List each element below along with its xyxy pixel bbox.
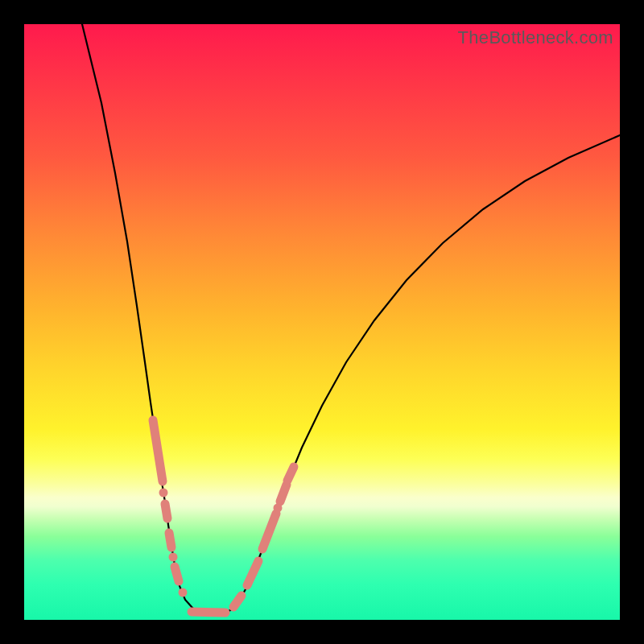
highlight-segment xyxy=(280,485,287,502)
curve-svg xyxy=(24,24,620,620)
highlight-segment xyxy=(169,533,171,547)
highlight-segment xyxy=(262,514,276,549)
highlight-segment xyxy=(165,504,167,518)
highlight-segment xyxy=(247,561,258,585)
highlight-dot xyxy=(159,489,168,497)
chart-frame: TheBottleneck.com xyxy=(0,0,644,644)
highlight-segment xyxy=(233,596,242,607)
highlight-dot xyxy=(169,553,178,562)
highlight-dot xyxy=(179,588,188,597)
right-curve xyxy=(213,135,620,614)
left-curve xyxy=(82,24,213,614)
highlight-dot xyxy=(274,504,283,513)
highlight-segment xyxy=(153,420,163,481)
plot-area: TheBottleneck.com xyxy=(24,24,620,620)
highlight-segments xyxy=(153,420,294,613)
highlight-segment xyxy=(175,567,179,581)
highlight-segment xyxy=(287,467,294,481)
highlight-segment xyxy=(192,612,225,613)
